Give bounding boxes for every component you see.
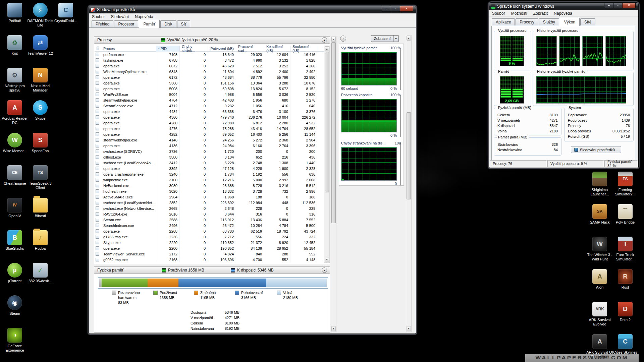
row-checkbox[interactable] [96, 161, 99, 165]
process-row[interactable]: opera.exe 6172 0 48 684 88 776 55 796 32… [95, 74, 324, 80]
resmon-window-scrollbar[interactable]: ▲ ▼ [406, 35, 412, 332]
scroll-down-arrow[interactable]: ▼ [407, 326, 411, 331]
process-row[interactable]: opera.exe 3392 0 47 128 4 228 1 900 2 32… [95, 166, 324, 171]
row-checkbox[interactable] [96, 206, 99, 210]
process-row[interactable]: RAVCpl64.exe 2616 0 8 644 316 0 316 [95, 211, 324, 217]
row-checkbox[interactable] [96, 212, 99, 216]
desktop-icon[interactable]: C Cities Skylines [610, 334, 640, 362]
desktop-icon[interactable]: ⌒ Poly Bridge [610, 204, 640, 237]
desktop-icon[interactable]: C CrystalDiskI... [51, 3, 80, 35]
desktop-icon[interactable]: W The Witcher 3 - Wild Hunt [585, 237, 614, 269]
process-row[interactable]: steamwebhelper.exe 4148 0 24 256 5 272 2… [95, 137, 324, 143]
resmon-titlebar[interactable]: Sledování prostředků – ▫ × [89, 6, 416, 13]
desktop-icon[interactable]: TS TeamSpeak 3 Client [25, 165, 55, 198]
process-row[interactable]: svchost.exe (LocalServiceAn... 3412 0 5 … [95, 160, 324, 166]
desktop-icon[interactable]: A Aion [585, 269, 614, 302]
desktop-icon[interactable]: Počítač [0, 3, 30, 35]
tab-sit[interactable]: Síť [177, 20, 191, 27]
scrollbar-thumb[interactable] [407, 112, 411, 199]
row-checkbox[interactable] [96, 184, 99, 187]
process-row[interactable]: WmiPrvSE.exe 5004 0 4 988 5 556 3 036 2 … [95, 92, 324, 97]
desktop-icon[interactable]: CE Cheat Engine [0, 165, 30, 198]
maximize-button[interactable]: ▫ [391, 6, 400, 12]
desktop-icon[interactable]: ◑ GeForce Experience [0, 328, 30, 360]
desktop-icon[interactable]: A ARK Survival Of The Fittest [585, 334, 614, 362]
menu-napoveda[interactable]: Nápověda [551, 11, 575, 16]
process-row[interactable]: opera.exe 4276 0 75 288 43 416 14 764 28… [95, 126, 324, 131]
desktop-icon[interactable]: ⚙ Nástroje pro správu [0, 68, 30, 100]
desktop-icon[interactable]: ✓ 382.05-desk... [25, 263, 55, 295]
minimize-button[interactable]: – [604, 3, 613, 8]
process-row[interactable]: svchost.exe (LocalSystemNet... 2852 0 22… [95, 200, 324, 205]
tab-disk[interactable]: Disk [160, 20, 176, 27]
process-row[interactable]: opera.exe 5368 0 151 156 13 364 3 288 10… [95, 80, 324, 86]
scrollbar-thumb[interactable] [331, 42, 336, 223]
desktop-icon[interactable]: R Rust [610, 269, 640, 302]
tab-site[interactable]: Sítě [580, 18, 595, 25]
process-row[interactable]: steamwebhelper.exe 4764 0 42 408 1 956 6… [95, 97, 324, 103]
row-checkbox[interactable] [96, 64, 99, 68]
process-row[interactable]: WiseMemoryOptimzer.exe 6348 0 11 304 4 8… [95, 69, 324, 74]
desktop-icon[interactable]: T Euro Truck Simulator... [610, 237, 640, 269]
process-row[interactable]: SteamService.exe 4712 0 9 232 1 056 416 … [95, 103, 324, 109]
desktop-icon[interactable]: IV OpenIV [0, 198, 30, 230]
row-checkbox[interactable] [96, 98, 99, 102]
close-button[interactable]: × [400, 6, 413, 12]
menu-soubor[interactable]: Soubor [89, 14, 108, 19]
row-checkbox[interactable] [96, 155, 99, 159]
desktop-icon[interactable]: µ µTorrent [0, 263, 30, 295]
row-checkbox[interactable] [96, 81, 99, 85]
column-header-pracovni[interactable]: Pracovní sad... [236, 46, 264, 52]
desktop-icon[interactable]: S Skype [25, 100, 55, 133]
taskmgr-titlebar[interactable]: Správce úloh systému Windows – ▫ × [489, 3, 638, 10]
desktop-icon[interactable]: SA SAMP Hack [585, 204, 614, 237]
desktop-icon[interactable]: FS Farming Simulator2... [610, 172, 640, 204]
process-row[interactable]: wmpnetwk.exe 3100 0 12 216 5 000 2 992 2… [95, 177, 324, 183]
view-dropdown-button[interactable]: Zobrazení ▾ [371, 35, 399, 42]
column-header-proces[interactable]: Proces [101, 46, 156, 52]
desktop-icon[interactable]: Shiginima Launcher... [585, 172, 614, 204]
desktop-icon[interactable]: ◉ Steam [0, 295, 30, 328]
row-checkbox[interactable] [96, 149, 99, 153]
scroll-up-arrow[interactable]: ▲ [331, 37, 336, 42]
process-row[interactable]: TeamViewer_Service.exe 2172 0 4 824 840 … [95, 251, 324, 257]
process-row[interactable]: opera.exe 4360 0 479 740 236 276 10 004 … [95, 114, 324, 120]
row-checkbox[interactable] [96, 189, 99, 193]
desktop-icon[interactable]: A Acrobat Reader DC [0, 100, 30, 133]
process-row[interactable]: opera.exe 6672 0 46 620 7 512 3 252 4 26… [95, 63, 324, 69]
row-checkbox[interactable] [96, 70, 99, 73]
column-header-potvrzeni[interactable]: Potvrzení (kB) [208, 46, 236, 52]
physical-memory-section-header[interactable]: Fyzická paměť Používáno 1658 MB K dispoz… [94, 266, 330, 274]
process-row[interactable]: hddhealth.exe 3020 0 13 332 3 728 732 2 … [95, 188, 324, 194]
row-checkbox[interactable] [96, 258, 99, 261]
resmon-pane-scrollbar[interactable]: ▲ ▼ [331, 36, 336, 332]
process-row[interactable]: NvBackend.exe 3080 0 23 688 8 728 3 216 … [95, 183, 324, 188]
row-checkbox[interactable] [96, 127, 99, 130]
row-checkbox[interactable] [96, 115, 99, 119]
row-checkbox[interactable] [96, 104, 99, 108]
row-checkbox[interactable] [96, 58, 99, 62]
collapse-processes-button[interactable]: ▴ [322, 37, 327, 43]
row-checkbox[interactable] [96, 138, 99, 142]
row-checkbox[interactable] [96, 172, 99, 176]
row-checkbox[interactable] [96, 132, 99, 136]
tab-procesor[interactable]: Procesor [114, 20, 138, 27]
collapse-memory-button[interactable]: ▴ [322, 267, 327, 273]
menu-soubor[interactable]: Soubor [489, 11, 508, 16]
desktop-icon[interactable]: B BlueStacks [0, 230, 30, 263]
menu-moznosti[interactable]: Možnosti [508, 11, 530, 16]
row-checkbox[interactable] [96, 144, 99, 147]
open-resource-monitor-button[interactable]: Sledování prostředků... [571, 146, 621, 153]
process-row[interactable]: ActiveSMART.exe 2964 0 1 968 188 0 188 [95, 194, 324, 200]
row-checkbox[interactable] [96, 218, 99, 222]
process-row[interactable]: opera_crashreporter.exe 3240 0 1 784 1 1… [95, 171, 324, 177]
desktop-icon[interactable]: N Nexus Mod Manager [25, 68, 55, 100]
process-row[interactable]: opera.exe 2268 0 63 780 62 516 18 792 43… [95, 228, 324, 234]
row-checkbox[interactable] [96, 53, 99, 56]
row-checkbox[interactable] [96, 167, 99, 170]
column-header-sdileni[interactable]: Ke sdílení (kB) [264, 46, 290, 52]
process-row[interactable]: taskmgr.exe 6788 0 3 472 4 960 3 132 1 8… [95, 57, 324, 63]
process-row[interactable]: Skype.exe 2220 0 110 352 21 372 8 920 12… [95, 240, 324, 245]
tab-prehled[interactable]: Přehled [92, 20, 113, 27]
collapse-side-panel-button[interactable]: › [340, 36, 346, 42]
